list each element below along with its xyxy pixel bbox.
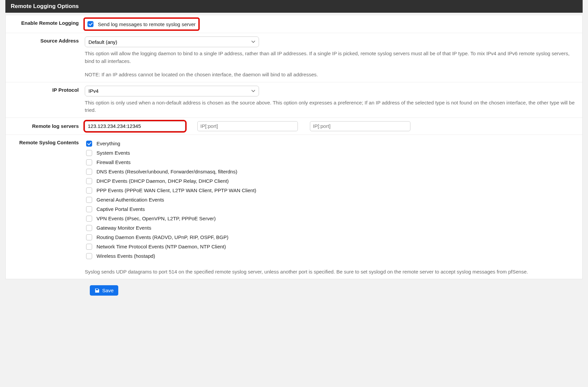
syslog-content-checkbox[interactable] xyxy=(86,244,92,250)
syslog-content-checkbox[interactable] xyxy=(86,150,92,156)
syslog-content-item: System Events xyxy=(85,149,576,157)
syslog-content-checkbox[interactable] xyxy=(86,187,92,194)
syslog-content-item: DNS Events (Resolver/unbound, Forwarder/… xyxy=(85,168,576,176)
row-remote-log-servers: Remote log servers xyxy=(6,118,582,135)
syslog-content-item: Wireless Events (hostapd) xyxy=(85,252,576,260)
source-address-select[interactable]: Default (any) xyxy=(85,36,259,47)
remote-logging-panel: Enable Remote Logging Send log messages … xyxy=(5,15,583,279)
syslog-content-checkbox[interactable] xyxy=(86,178,92,184)
remote-server-input-3[interactable] xyxy=(310,121,410,131)
label-ip-protocol: IP Protocol xyxy=(6,85,83,115)
save-button-label: Save xyxy=(102,288,114,293)
syslog-content-item: PPP Events (PPPoE WAN Client, L2TP WAN C… xyxy=(85,186,576,195)
label-syslog-contents: Remote Syslog Contents xyxy=(6,138,83,277)
syslog-content-checkbox[interactable] xyxy=(86,206,92,212)
panel-header: Remote Logging Options xyxy=(5,0,583,13)
syslog-content-label: Gateway Monitor Events xyxy=(96,225,151,231)
label-source-address: Source Address xyxy=(6,36,83,79)
ip-protocol-select[interactable]: IPv4 xyxy=(85,86,259,96)
enable-remote-logging-text: Send log messages to remote syslog serve… xyxy=(98,21,196,27)
syslog-content-label: Firewall Events xyxy=(96,159,131,165)
row-ip-protocol: IP Protocol IPv4 This option is only use… xyxy=(6,82,582,118)
ip-protocol-help: This option is only used when a non-defa… xyxy=(85,99,576,114)
enable-highlight-box: Send log messages to remote syslog serve… xyxy=(85,19,198,29)
label-remote-log-servers: Remote log servers xyxy=(6,121,83,131)
label-enable-remote-logging: Enable Remote Logging xyxy=(6,18,83,30)
enable-remote-logging-checkbox[interactable] xyxy=(87,21,93,27)
syslog-content-label: Wireless Events (hostapd) xyxy=(96,253,155,259)
row-syslog-contents: Remote Syslog Contents EverythingSystem … xyxy=(6,135,582,279)
syslog-content-item: Captive Portal Events xyxy=(85,205,576,213)
panel-title: Remote Logging Options xyxy=(11,3,79,9)
syslog-content-item: General Authentication Events xyxy=(85,196,576,204)
syslog-content-checkbox[interactable] xyxy=(86,159,92,165)
syslog-content-item: Routing Daemon Events (RADVD, UPnP, RIP,… xyxy=(85,233,576,241)
syslog-content-checkbox[interactable] xyxy=(86,169,92,175)
syslog-content-label: DNS Events (Resolver/unbound, Forwarder/… xyxy=(96,169,237,174)
syslog-content-checkbox[interactable] xyxy=(86,197,92,203)
syslog-content-label: System Events xyxy=(96,150,130,156)
syslog-content-item: Everything xyxy=(85,140,576,148)
syslog-content-label: PPP Events (PPPoE WAN Client, L2TP WAN C… xyxy=(96,187,256,193)
syslog-content-label: Routing Daemon Events (RADVD, UPnP, RIP,… xyxy=(96,234,228,240)
row-source-address: Source Address Default (any) This option… xyxy=(6,33,582,82)
syslog-content-checkbox[interactable] xyxy=(86,216,92,222)
syslog-content-item: VPN Events (IPsec, OpenVPN, L2TP, PPPoE … xyxy=(85,215,576,223)
syslog-contents-help: Syslog sends UDP datagrams to port 514 o… xyxy=(85,268,576,276)
syslog-content-label: DHCP Events (DHCP Daemon, DHCP Relay, DH… xyxy=(96,178,229,184)
syslog-content-label: Network Time Protocol Events (NTP Daemon… xyxy=(96,244,226,249)
syslog-content-label: General Authentication Events xyxy=(96,197,164,203)
syslog-content-checkbox[interactable] xyxy=(86,253,92,259)
syslog-content-item: Gateway Monitor Events xyxy=(85,224,576,232)
remote-server-input-2[interactable] xyxy=(197,121,298,131)
syslog-content-item: DHCP Events (DHCP Daemon, DHCP Relay, DH… xyxy=(85,177,576,185)
source-address-help-2: NOTE: If an IP address cannot be located… xyxy=(85,71,576,79)
source-address-help-1: This option will allow the logging daemo… xyxy=(85,50,576,65)
save-icon xyxy=(94,288,100,293)
syslog-content-item: Firewall Events xyxy=(85,158,576,166)
syslog-content-label: Captive Portal Events xyxy=(96,206,145,212)
syslog-content-checkbox[interactable] xyxy=(86,141,92,147)
syslog-content-label: VPN Events (IPsec, OpenVPN, L2TP, PPPoE … xyxy=(96,216,216,221)
syslog-content-checkbox[interactable] xyxy=(86,225,92,231)
row-enable-remote-logging: Enable Remote Logging Send log messages … xyxy=(6,15,582,33)
remote-server-input-1[interactable] xyxy=(85,121,185,131)
syslog-content-item: Network Time Protocol Events (NTP Daemon… xyxy=(85,243,576,251)
save-button[interactable]: Save xyxy=(90,285,118,296)
syslog-content-label: Everything xyxy=(96,141,120,146)
syslog-content-checkbox[interactable] xyxy=(86,234,92,240)
